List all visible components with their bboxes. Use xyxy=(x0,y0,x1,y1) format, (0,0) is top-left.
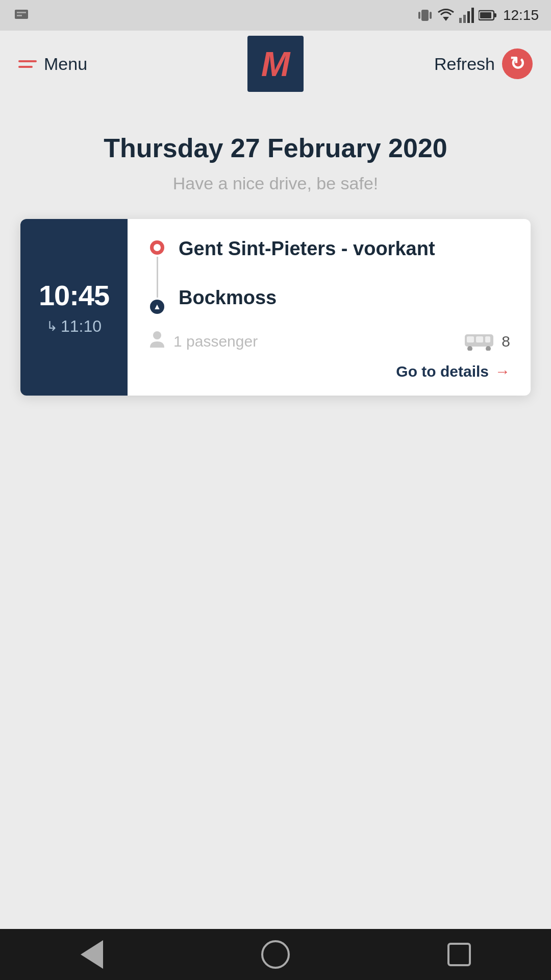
signal-icon xyxy=(459,8,474,23)
origin-stop: Gent Sint-Pieters - voorkant xyxy=(179,237,435,261)
status-right: 12:15 xyxy=(417,7,539,24)
arrive-row: ↳ 11:10 xyxy=(46,317,102,336)
bottom-nav xyxy=(0,929,551,980)
go-to-details-button[interactable]: Go to details → xyxy=(148,363,510,380)
svg-rect-7 xyxy=(459,18,462,23)
svg-rect-9 xyxy=(467,11,470,23)
nav-recents-button[interactable] xyxy=(439,934,480,975)
svg-rect-1 xyxy=(17,12,26,13)
go-to-details-label: Go to details xyxy=(396,363,489,380)
passenger-count: 1 passenger xyxy=(173,333,258,350)
bus-info: 8 xyxy=(464,332,510,351)
nav-home-button[interactable] xyxy=(255,934,296,975)
bus-icon xyxy=(464,332,494,351)
svg-rect-0 xyxy=(15,10,28,19)
destination-dot: ▲ xyxy=(150,300,164,314)
svg-rect-10 xyxy=(471,8,474,23)
main-content: Thursday 27 February 2020 Have a nice dr… xyxy=(0,97,551,396)
app-logo: M xyxy=(247,36,304,92)
back-icon xyxy=(81,940,103,969)
arrive-time: 11:10 xyxy=(61,317,102,336)
refresh-label: Refresh xyxy=(434,54,495,74)
arrive-arrow-icon: ↳ xyxy=(46,318,58,334)
svg-point-19 xyxy=(467,346,472,351)
svg-rect-2 xyxy=(17,15,22,16)
app-bar: Menu M Refresh ↻ xyxy=(0,31,551,97)
svg-marker-6 xyxy=(443,17,449,21)
svg-rect-18 xyxy=(485,336,490,342)
svg-rect-5 xyxy=(430,12,432,19)
battery-icon xyxy=(479,10,497,21)
date-heading: Thursday 27 February 2020 xyxy=(20,133,531,163)
status-time: 12:15 xyxy=(503,7,539,23)
destination-stop: Bockmoss xyxy=(179,286,435,310)
route-icons: ▲ xyxy=(148,237,166,314)
notification-icon xyxy=(12,6,31,24)
refresh-icon: ↻ xyxy=(502,48,533,79)
depart-time: 10:45 xyxy=(39,279,109,312)
passenger-info: 1 passenger xyxy=(148,330,258,353)
menu-icon xyxy=(18,60,37,68)
status-bar: 12:15 xyxy=(0,0,551,31)
nav-back-button[interactable] xyxy=(71,934,112,975)
svg-point-20 xyxy=(486,346,491,351)
route-text: Gent Sint-Pieters - voorkant Bockmoss xyxy=(179,237,435,309)
refresh-button[interactable]: Refresh ↻ xyxy=(434,48,533,79)
bus-number: 8 xyxy=(502,333,510,350)
origin-dot xyxy=(150,240,164,255)
svg-rect-13 xyxy=(480,12,491,18)
status-left xyxy=(12,6,31,24)
route-line xyxy=(157,257,158,298)
logo-letter: M xyxy=(261,46,290,81)
trip-time-panel: 10:45 ↳ 11:10 xyxy=(20,219,128,396)
svg-rect-4 xyxy=(418,12,420,19)
menu-label: Menu xyxy=(44,54,87,74)
wifi-icon xyxy=(437,8,455,23)
route-row: ▲ Gent Sint-Pieters - voorkant Bockmoss xyxy=(148,237,510,314)
passenger-icon xyxy=(148,330,166,353)
go-to-details-arrow-icon: → xyxy=(495,363,510,380)
subtitle: Have a nice drive, be safe! xyxy=(20,174,531,193)
svg-rect-16 xyxy=(467,336,474,342)
svg-rect-3 xyxy=(421,10,429,21)
status-icons xyxy=(417,7,497,24)
svg-rect-12 xyxy=(494,13,496,17)
svg-rect-8 xyxy=(463,15,466,23)
trip-detail-panel: ▲ Gent Sint-Pieters - voorkant Bockmoss xyxy=(128,219,531,396)
recents-icon xyxy=(447,943,471,966)
vibrate-icon xyxy=(417,7,433,24)
trip-card: 10:45 ↳ 11:10 ▲ Gent Sint-Pie xyxy=(20,219,531,396)
svg-rect-17 xyxy=(476,336,483,342)
menu-button[interactable]: Menu xyxy=(18,54,87,74)
svg-point-14 xyxy=(153,331,161,339)
trip-meta: 1 passenger 8 xyxy=(148,330,510,353)
home-icon xyxy=(261,940,290,969)
